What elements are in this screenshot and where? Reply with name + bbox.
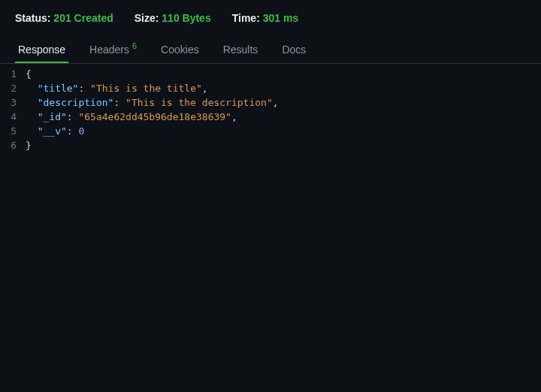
code-line: 5 "__v": 0 (0, 124, 541, 138)
time-value: 301 ms (263, 12, 298, 24)
tab-headers[interactable]: Headers 6 (86, 38, 140, 63)
size-item: Size: 110 Bytes (134, 12, 211, 24)
code: } (26, 138, 32, 152)
tab-response[interactable]: Response (15, 38, 68, 63)
size-label: Size: (134, 12, 159, 24)
code-line: 1 { (0, 67, 541, 81)
code-line: 3 "description": "This is the descriptio… (0, 95, 541, 110)
code-line: 6 } (0, 138, 541, 152)
line-number: 1 (0, 67, 26, 81)
code-line: 2 "title": "This is the title", (0, 81, 541, 95)
response-body-viewer[interactable]: 1 { 2 "title": "This is the title", 3 "d… (0, 64, 541, 152)
tab-docs[interactable]: Docs (279, 38, 309, 63)
line-number: 4 (0, 110, 26, 124)
size-value: 110 Bytes (162, 12, 210, 24)
response-tabs: Response Headers 6 Cookies Results Docs (0, 30, 541, 64)
code-line: 4 "_id": "65a4e62dd45b96de18e38639", (0, 110, 541, 124)
status-code-value: 201 Created (53, 12, 113, 24)
time-label: Time: (232, 12, 260, 24)
status-item: Status: 201 Created (15, 12, 113, 24)
time-item: Time: 301 ms (232, 12, 298, 24)
code: "__v": 0 (26, 124, 84, 138)
code: { (26, 67, 32, 81)
line-number: 2 (0, 81, 26, 95)
tab-headers-badge: 6 (132, 41, 137, 50)
code: "title": "This is the title", (26, 81, 208, 95)
tab-headers-label: Headers (89, 44, 129, 56)
tab-results[interactable]: Results (220, 38, 261, 63)
line-number: 6 (0, 138, 26, 152)
line-number: 3 (0, 95, 26, 110)
code: "_id": "65a4e62dd45b96de18e38639", (26, 110, 237, 124)
status-bar: Status: 201 Created Size: 110 Bytes Time… (0, 0, 541, 30)
status-label: Status: (15, 12, 50, 24)
code: "description": "This is the description"… (26, 95, 279, 110)
tab-cookies[interactable]: Cookies (158, 38, 202, 63)
line-number: 5 (0, 124, 26, 138)
